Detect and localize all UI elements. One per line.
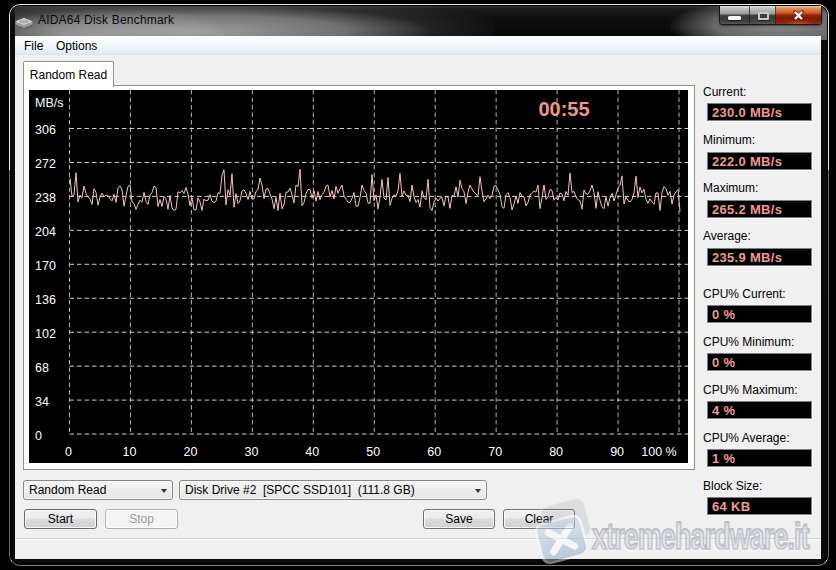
svg-text:20: 20 <box>183 445 197 459</box>
svg-text:170: 170 <box>35 259 56 273</box>
svg-text:204: 204 <box>35 225 56 239</box>
svg-text:70: 70 <box>488 445 502 459</box>
svg-text:60: 60 <box>427 445 441 459</box>
svg-text:68: 68 <box>35 361 49 375</box>
svg-text:306: 306 <box>35 123 56 137</box>
svg-text:0: 0 <box>65 445 72 459</box>
svg-text:0: 0 <box>35 429 42 443</box>
svg-text:90: 90 <box>610 445 624 459</box>
svg-text:34: 34 <box>35 395 49 409</box>
svg-text:40: 40 <box>305 445 319 459</box>
svg-text:30: 30 <box>244 445 258 459</box>
svg-text:238: 238 <box>35 191 56 205</box>
svg-text:10: 10 <box>123 445 137 459</box>
svg-text:80: 80 <box>549 445 563 459</box>
svg-text:100 %: 100 % <box>641 445 676 459</box>
svg-text:102: 102 <box>35 327 56 341</box>
svg-text:50: 50 <box>366 445 380 459</box>
svg-text:00:55: 00:55 <box>538 98 589 120</box>
svg-text:136: 136 <box>35 293 56 307</box>
svg-text:MB/s: MB/s <box>35 96 63 110</box>
svg-text:272: 272 <box>35 157 56 171</box>
